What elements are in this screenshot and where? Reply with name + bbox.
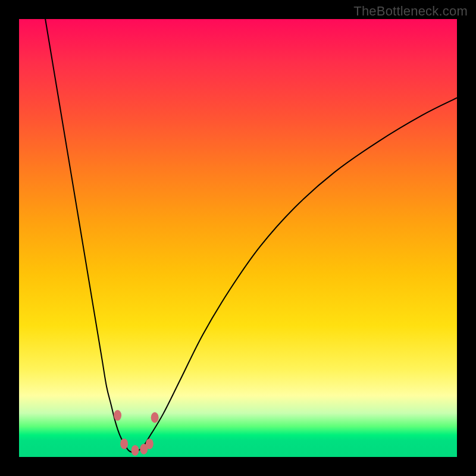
curve-marker: [131, 445, 139, 456]
curve-layer: [19, 19, 457, 457]
curve-left-branch: [45, 19, 133, 453]
curve-marker: [146, 439, 154, 449]
curve-marker: [120, 439, 128, 449]
chart-frame: TheBottleneck.com: [0, 0, 476, 476]
curve-marker: [151, 412, 159, 423]
plot-area: [19, 19, 457, 457]
watermark-text: TheBottleneck.com: [353, 4, 468, 19]
curve-marker: [114, 410, 121, 421]
curve-right-branch: [133, 98, 457, 452]
